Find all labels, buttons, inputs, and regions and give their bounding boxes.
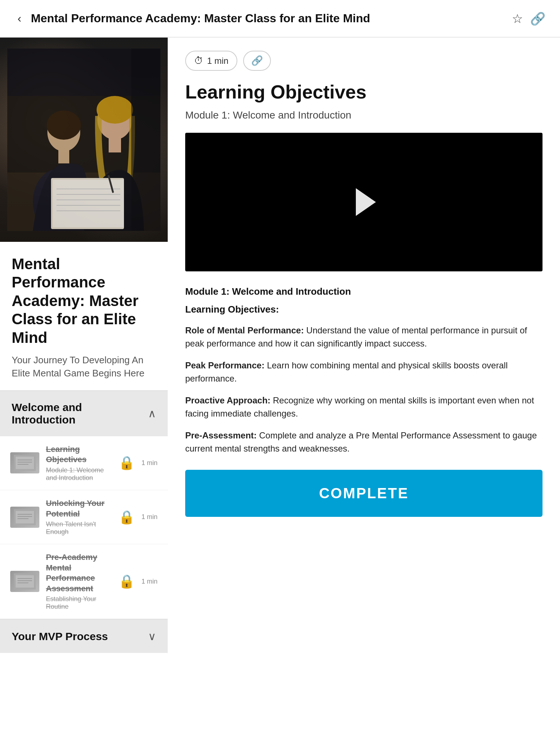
header: ‹ Mental Performance Academy: Master Cla… [0,0,560,38]
course-info: Mental Performance Academy: Master Class… [0,242,168,390]
lesson-text: Unlocking Your Potential When Talent Isn… [46,498,112,536]
share-button[interactable]: 🔗 [530,11,545,26]
lesson-title: Unlocking Your Potential [46,498,112,519]
module2-header[interactable]: Your MVP Process ∨ [0,620,168,653]
lesson-title: Pre-Academy Mental Performance Assessmen… [46,552,112,594]
lesson-thumbnail [10,571,39,592]
duration-row: ⏱ 1 min 🔗 [185,51,542,71]
svg-rect-10 [109,138,121,152]
hero-illustration [7,49,160,231]
hero-image [0,38,168,242]
duration-badge: ⏱ 1 min [185,51,237,71]
desc-item-label-proactive: Proactive Approach: [185,395,271,405]
module1-chevron: ∧ [148,407,156,420]
module1-section: Welcome and Introduction ∧ [0,390,168,619]
lesson-text: Pre-Academy Mental Performance Assessmen… [46,552,112,611]
share-icon: 🔗 [530,12,545,26]
section-title: Learning Objectives [185,81,542,103]
header-icons: ☆ 🔗 [512,11,545,26]
back-button[interactable]: ‹ [15,10,24,27]
svg-rect-22 [16,457,34,469]
svg-rect-27 [16,511,34,523]
link-badge[interactable]: 🔗 [243,51,271,71]
lesson-thumbnail [10,507,39,528]
play-icon [356,188,376,216]
play-button[interactable] [349,187,378,217]
course-title: Mental Performance Academy: Master Class… [12,255,156,347]
right-column: ⏱ 1 min 🔗 Learning Objectives Module 1: … [168,38,560,653]
lesson-item[interactable]: Learning Objectives Module 1: Welcome an… [0,436,168,490]
duration-text: 1 min [207,56,229,66]
module2-chevron: ∨ [148,630,156,643]
link-icon: 🔗 [251,55,263,66]
lesson-thumbnail [10,452,39,473]
lesson-duration: 1 min [141,513,158,521]
lesson-title: Learning Objectives [46,444,112,465]
module1-header[interactable]: Welcome and Introduction ∧ [0,391,168,436]
lesson-item[interactable]: Unlocking Your Potential When Talent Isn… [0,490,168,544]
lesson-list: Learning Objectives Module 1: Welcome an… [0,436,168,619]
back-icon: ‹ [18,12,22,25]
svg-rect-12 [53,180,124,227]
header-left: ‹ Mental Performance Academy: Master Cla… [15,10,370,27]
module2-title: Your MVP Process [12,630,108,643]
bookmark-button[interactable]: ☆ [512,11,523,26]
course-subtitle: Your Journey To Developing An Elite Ment… [12,353,156,380]
desc-item-peak: Peak Performance: Learn how combining me… [185,359,542,385]
desc-item-proactive: Proactive Approach: Recognize why workin… [185,394,542,420]
lesson-subtitle: When Talent Isn't Enough [46,520,112,536]
lock-icon: 🔒 [118,455,135,471]
hero-image-inner [0,38,168,242]
module-label: Module 1: Welcome and Introduction [185,109,542,121]
desc-item-label-role: Role of Mental Performance: [185,325,304,335]
lock-icon: 🔒 [118,510,135,525]
svg-rect-32 [16,575,34,588]
video-player[interactable] [185,133,542,271]
module2-section: Your MVP Process ∨ [0,619,168,653]
header-title: Mental Performance Academy: Master Class… [31,12,370,25]
desc-objectives-label: Learning Objectives: [185,304,542,315]
svg-point-4 [47,111,81,140]
desc-item-preassessment: Pre-Assessment: Complete and analyze a P… [185,429,542,455]
lesson-thumb-inner [10,571,39,592]
lesson-subtitle: Module 1: Welcome and Introduction [46,467,112,482]
desc-module-title: Module 1: Welcome and Introduction [185,286,542,297]
lock-icon: 🔒 [118,574,135,589]
description-section: Module 1: Welcome and Introduction Learn… [185,286,542,455]
lesson-item[interactable]: Pre-Academy Mental Performance Assessmen… [0,544,168,619]
complete-button[interactable]: COMPLETE [185,470,542,517]
lesson-text: Learning Objectives Module 1: Welcome an… [46,444,112,482]
lesson-thumb-inner [10,507,39,528]
lesson-duration: 1 min [141,459,158,467]
bookmark-icon: ☆ [512,12,523,26]
main-layout: Mental Performance Academy: Master Class… [0,38,560,653]
lesson-subtitle: Establishing Your Routine [46,595,112,611]
svg-rect-20 [131,49,160,231]
desc-item-role: Role of Mental Performance: Understand t… [185,324,542,350]
svg-point-9 [97,96,133,124]
desc-item-label-preassessment: Pre-Assessment: [185,430,257,440]
desc-item-label-peak: Peak Performance: [185,360,264,370]
svg-rect-5 [58,149,69,163]
left-column: Mental Performance Academy: Master Class… [0,38,168,653]
lesson-thumb-inner [10,452,39,473]
module1-title: Welcome and Introduction [12,401,148,426]
lesson-duration: 1 min [141,578,158,585]
clock-icon: ⏱ [194,55,203,66]
